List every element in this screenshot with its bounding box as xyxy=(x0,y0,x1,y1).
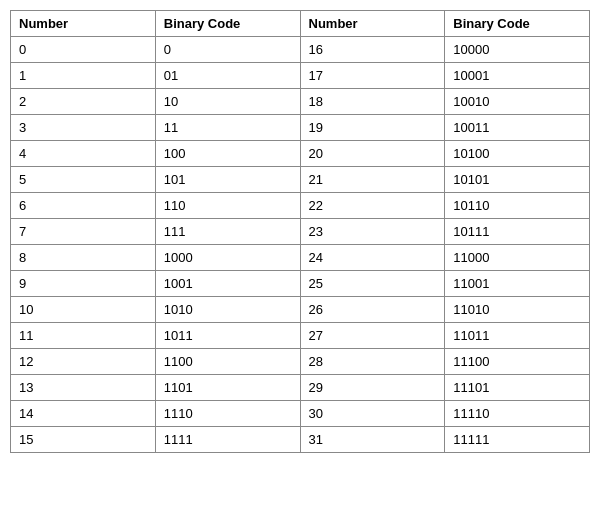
table-row: 3111910011 xyxy=(11,115,590,141)
table-row: 41002010100 xyxy=(11,141,590,167)
table-row: 810002411000 xyxy=(11,245,590,271)
number-cell: 28 xyxy=(300,349,445,375)
binary-cell: 10001 xyxy=(445,63,590,89)
binary-cell: 11010 xyxy=(445,297,590,323)
binary-cell: 0 xyxy=(155,37,300,63)
binary-cell: 11011 xyxy=(445,323,590,349)
number-cell: 14 xyxy=(11,401,156,427)
binary-cell: 11110 xyxy=(445,401,590,427)
binary-cell: 111 xyxy=(155,219,300,245)
binary-cell: 10010 xyxy=(445,89,590,115)
binary-cell: 10100 xyxy=(445,141,590,167)
binary-table: Number Binary Code Number Binary Code 00… xyxy=(10,10,590,453)
table-row: 001610000 xyxy=(11,37,590,63)
binary-cell: 110 xyxy=(155,193,300,219)
number-cell: 16 xyxy=(300,37,445,63)
binary-cell: 11100 xyxy=(445,349,590,375)
table-row: 71112310111 xyxy=(11,219,590,245)
table-row: 1311012911101 xyxy=(11,375,590,401)
table-row: 1110112711011 xyxy=(11,323,590,349)
number-cell: 21 xyxy=(300,167,445,193)
number-cell: 11 xyxy=(11,323,156,349)
binary-cell: 10011 xyxy=(445,115,590,141)
binary-cell: 10 xyxy=(155,89,300,115)
binary-cell: 1111 xyxy=(155,427,300,453)
table-row: 1511113111111 xyxy=(11,427,590,453)
number-cell: 1 xyxy=(11,63,156,89)
number-cell: 0 xyxy=(11,37,156,63)
table-row: 51012110101 xyxy=(11,167,590,193)
number-cell: 31 xyxy=(300,427,445,453)
number-cell: 7 xyxy=(11,219,156,245)
binary-cell: 100 xyxy=(155,141,300,167)
binary-cell: 1011 xyxy=(155,323,300,349)
number-cell: 26 xyxy=(300,297,445,323)
number-cell: 2 xyxy=(11,89,156,115)
binary-cell: 1101 xyxy=(155,375,300,401)
number-cell: 29 xyxy=(300,375,445,401)
number-cell: 23 xyxy=(300,219,445,245)
binary-cell: 101 xyxy=(155,167,300,193)
number-cell: 12 xyxy=(11,349,156,375)
binary-cell: 1010 xyxy=(155,297,300,323)
number-cell: 10 xyxy=(11,297,156,323)
header-number-2: Number xyxy=(300,11,445,37)
binary-cell: 1110 xyxy=(155,401,300,427)
table-row: 1411103011110 xyxy=(11,401,590,427)
number-cell: 17 xyxy=(300,63,445,89)
binary-cell: 10110 xyxy=(445,193,590,219)
number-cell: 25 xyxy=(300,271,445,297)
number-cell: 20 xyxy=(300,141,445,167)
header-binary-1: Binary Code xyxy=(155,11,300,37)
table-row: 910012511001 xyxy=(11,271,590,297)
binary-cell: 1000 xyxy=(155,245,300,271)
number-cell: 4 xyxy=(11,141,156,167)
number-cell: 3 xyxy=(11,115,156,141)
number-cell: 27 xyxy=(300,323,445,349)
binary-cell: 11101 xyxy=(445,375,590,401)
binary-cell: 11001 xyxy=(445,271,590,297)
number-cell: 6 xyxy=(11,193,156,219)
binary-cell: 01 xyxy=(155,63,300,89)
number-cell: 19 xyxy=(300,115,445,141)
number-cell: 5 xyxy=(11,167,156,193)
table-row: 1010102611010 xyxy=(11,297,590,323)
number-cell: 18 xyxy=(300,89,445,115)
binary-cell: 1100 xyxy=(155,349,300,375)
binary-cell: 11111 xyxy=(445,427,590,453)
number-cell: 24 xyxy=(300,245,445,271)
number-cell: 30 xyxy=(300,401,445,427)
table-row: 61102210110 xyxy=(11,193,590,219)
header-binary-2: Binary Code xyxy=(445,11,590,37)
binary-cell: 10111 xyxy=(445,219,590,245)
number-cell: 8 xyxy=(11,245,156,271)
table-header-row: Number Binary Code Number Binary Code xyxy=(11,11,590,37)
table-row: 2101810010 xyxy=(11,89,590,115)
table-row: 1011710001 xyxy=(11,63,590,89)
binary-table-container: Number Binary Code Number Binary Code 00… xyxy=(10,10,590,453)
binary-cell: 11000 xyxy=(445,245,590,271)
binary-cell: 10101 xyxy=(445,167,590,193)
number-cell: 22 xyxy=(300,193,445,219)
binary-cell: 10000 xyxy=(445,37,590,63)
number-cell: 13 xyxy=(11,375,156,401)
binary-cell: 1001 xyxy=(155,271,300,297)
number-cell: 9 xyxy=(11,271,156,297)
header-number-1: Number xyxy=(11,11,156,37)
binary-cell: 11 xyxy=(155,115,300,141)
number-cell: 15 xyxy=(11,427,156,453)
table-row: 1211002811100 xyxy=(11,349,590,375)
